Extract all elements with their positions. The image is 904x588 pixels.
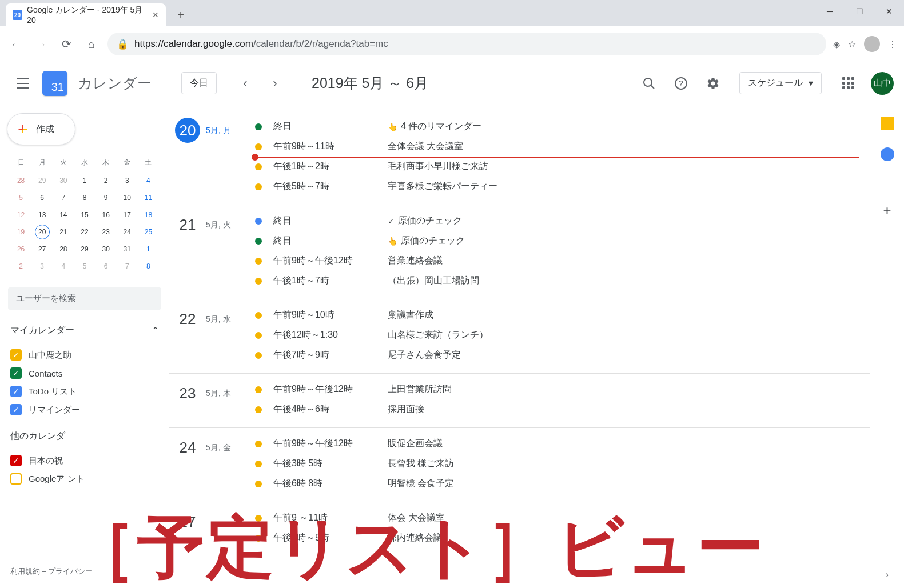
mini-cal-day[interactable]: 30 — [53, 172, 74, 189]
my-calendars-header[interactable]: マイカレンダー ⌃ — [7, 321, 162, 340]
mini-cal-day[interactable]: 21 — [53, 223, 74, 241]
mini-cal-day[interactable]: 31 — [117, 241, 138, 258]
view-selector[interactable]: スケジュール ▾ — [739, 72, 822, 94]
day-number[interactable]: 24 — [175, 435, 200, 460]
event-row[interactable]: 午前9時～午後12時営業連絡会議 — [255, 251, 870, 271]
hamburger-icon[interactable] — [10, 71, 35, 96]
mini-cal-day[interactable]: 2 — [95, 172, 117, 189]
mini-cal-day[interactable]: 4 — [138, 172, 159, 189]
mini-cal-day[interactable]: 9 — [95, 189, 117, 206]
browser-menu-icon[interactable]: ⋮ — [888, 39, 897, 50]
event-row[interactable]: 午後4時～6時採用面接 — [255, 399, 870, 419]
mini-cal-day[interactable]: 28 — [53, 241, 74, 258]
mini-cal-day[interactable]: 3 — [117, 172, 138, 189]
mini-cal-day[interactable]: 6 — [95, 258, 117, 275]
account-avatar[interactable]: 山中 — [871, 72, 894, 95]
mini-cal-day[interactable]: 1 — [138, 241, 159, 258]
collapse-rail-icon[interactable]: › — [886, 570, 889, 580]
apps-icon[interactable] — [835, 71, 861, 96]
tasks-icon[interactable] — [881, 147, 894, 161]
event-row[interactable]: 午後7時～9時尼子さん会食予定 — [255, 345, 870, 365]
calendar-toggle[interactable]: Googleア ント — [7, 470, 162, 488]
mini-cal-day[interactable]: 29 — [74, 241, 95, 258]
event-row[interactable]: 午前9時～11時全体会議 大会議室 — [255, 137, 870, 157]
mini-cal-day[interactable]: 19 — [10, 223, 31, 241]
addons-button[interactable]: + — [883, 203, 891, 219]
mini-cal-day[interactable]: 10 — [117, 189, 138, 206]
mini-cal-day[interactable]: 5 — [74, 258, 95, 275]
event-row[interactable]: 午後1時～7時（出張）岡山工場訪問 — [255, 271, 870, 291]
window-maximize[interactable]: ☐ — [845, 0, 874, 23]
day-number[interactable]: 21 — [175, 212, 200, 237]
mini-cal-day[interactable]: 8 — [74, 189, 95, 206]
calendar-toggle[interactable]: ✓日本の祝 — [7, 451, 162, 470]
mini-cal-day[interactable]: 13 — [31, 206, 53, 223]
event-row[interactable]: 終日✓原価のチェック — [255, 211, 870, 231]
mini-cal-day[interactable]: 4 — [53, 258, 74, 275]
mini-cal-day[interactable]: 11 — [138, 189, 159, 206]
close-tab-icon[interactable]: ✕ — [152, 10, 159, 19]
mini-cal-day[interactable]: 3 — [31, 258, 53, 275]
window-minimize[interactable]: ─ — [815, 0, 845, 23]
mini-cal-day[interactable]: 26 — [10, 241, 31, 258]
today-button[interactable]: 今日 — [181, 72, 217, 94]
mini-cal-day[interactable]: 6 — [31, 189, 53, 206]
event-row[interactable]: 終日👆原価のチェック — [255, 231, 870, 251]
prev-period-button[interactable]: ‹ — [233, 71, 258, 96]
new-tab-button[interactable]: + — [170, 5, 191, 25]
event-row[interactable]: 午前9時～10時稟議書作成 — [255, 305, 870, 325]
mini-cal-day[interactable]: 1 — [74, 172, 95, 189]
search-users-input[interactable]: ユーザーを検索 — [8, 287, 161, 310]
mini-cal-day[interactable]: 29 — [31, 172, 53, 189]
calendar-toggle[interactable]: ✓リマインダー — [7, 401, 162, 419]
back-button[interactable]: ← — [7, 35, 25, 53]
profile-avatar[interactable] — [864, 36, 880, 52]
mini-cal-day[interactable]: 18 — [138, 206, 159, 223]
search-icon[interactable] — [636, 71, 662, 96]
calendar-toggle[interactable]: ✓ToDo リスト — [7, 382, 162, 401]
mini-cal-day[interactable]: 27 — [31, 241, 53, 258]
day-number[interactable]: 20 — [175, 118, 200, 143]
mini-cal-day[interactable]: 8 — [138, 258, 159, 275]
reload-button[interactable]: ⟳ — [57, 35, 75, 53]
settings-icon[interactable] — [700, 71, 726, 96]
event-row[interactable]: 午後1時～2時毛利商事小早川様ご来訪 — [255, 157, 870, 177]
next-period-button[interactable]: › — [262, 71, 288, 96]
window-close[interactable]: ✕ — [874, 0, 904, 23]
mini-cal-day[interactable]: 16 — [95, 206, 117, 223]
other-calendars-header[interactable]: 他のカレンダ — [7, 427, 162, 446]
mini-cal-day[interactable]: 17 — [117, 206, 138, 223]
event-row[interactable]: 午後12時～1:30山名様ご来訪（ランチ） — [255, 325, 870, 345]
help-icon[interactable]: ? — [668, 71, 694, 96]
extension-icon[interactable]: ◈ — [833, 39, 840, 50]
event-row[interactable]: 午後5時～7時宇喜多様ご栄転パーティー — [255, 177, 870, 197]
mini-cal-day[interactable]: 22 — [74, 223, 95, 241]
mini-calendar[interactable]: 日月火水木金土 28293012345678910111213141516171… — [10, 158, 159, 275]
calendar-toggle[interactable]: ✓山中鹿之助 — [7, 346, 162, 364]
forward-button[interactable]: → — [32, 35, 50, 53]
mini-cal-day[interactable]: 12 — [10, 206, 31, 223]
create-button[interactable]: + 作成 — [7, 113, 75, 145]
mini-cal-day[interactable]: 30 — [95, 241, 117, 258]
browser-tab[interactable]: 20 Google カレンダー - 2019年 5月 20 ✕ — [6, 3, 166, 26]
mini-cal-day[interactable]: 25 — [138, 223, 159, 241]
day-number[interactable]: 23 — [175, 381, 200, 406]
keep-icon[interactable] — [881, 117, 894, 130]
home-button[interactable]: ⌂ — [82, 35, 101, 53]
mini-cal-day[interactable]: 28 — [10, 172, 31, 189]
mini-cal-day[interactable]: 20 — [31, 223, 53, 241]
mini-cal-day[interactable]: 2 — [10, 258, 31, 275]
mini-cal-day[interactable]: 5 — [10, 189, 31, 206]
day-number[interactable]: 22 — [175, 306, 200, 331]
address-bar[interactable]: 🔒 https://calendar.google.com/calendar/b… — [107, 33, 826, 55]
event-row[interactable]: 終日👆4 件のリマインダー — [255, 117, 870, 137]
event-row[interactable]: 午前9時～午後12時上田営業所訪問 — [255, 379, 870, 399]
mini-cal-day[interactable]: 7 — [117, 258, 138, 275]
calendar-toggle[interactable]: ✓Contacts — [7, 364, 162, 382]
event-row[interactable]: 午前9時～午後12時販促企画会議 — [255, 434, 870, 454]
mini-cal-day[interactable]: 23 — [95, 223, 117, 241]
mini-cal-day[interactable]: 24 — [117, 223, 138, 241]
bookmark-icon[interactable]: ☆ — [848, 39, 856, 50]
mini-cal-day[interactable]: 14 — [53, 206, 74, 223]
mini-cal-day[interactable]: 15 — [74, 206, 95, 223]
